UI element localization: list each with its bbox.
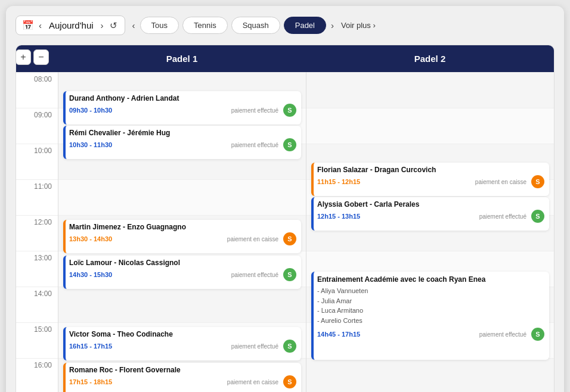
time-slot-16: 16:00 bbox=[16, 358, 58, 392]
booking-b5-name: Victor Soma - Theo Codinache bbox=[69, 330, 296, 338]
booking-b6-name: Romane Roc - Florent Governale bbox=[69, 366, 296, 374]
filter-nav: ‹ Tous Tennis Squash Padel › Voir plus › bbox=[131, 17, 376, 34]
booking-c3-status: paiement effectué bbox=[479, 331, 526, 338]
booking-b3-status: paiement en caisse bbox=[227, 236, 278, 242]
voir-plus-button[interactable]: Voir plus › bbox=[341, 21, 376, 30]
calendar-body: 08:00 09:00 10:00 11:00 12:00 13:00 14:0… bbox=[16, 72, 554, 392]
booking-b2-name: Rémi Chevalier - Jérémie Hug bbox=[69, 129, 296, 137]
booking-b3-badge: S bbox=[283, 232, 296, 245]
court1-bookings-overlay: Durand Anthony - Adrien Landat 09h30 - 1… bbox=[58, 72, 306, 392]
court1-slot-14[interactable] bbox=[58, 287, 306, 322]
booking-c3-players: - Aliya Vannueten - Julia Amar - Luca Ar… bbox=[317, 286, 544, 325]
filter-tous-button[interactable]: Tous bbox=[140, 17, 179, 34]
booking-c3-badge: S bbox=[531, 328, 544, 341]
booking-b5[interactable]: Victor Soma - Theo Codinache 16h15 - 17h… bbox=[63, 327, 301, 360]
booking-b3-footer: 13h30 - 14h30 paiement en caisse S bbox=[69, 232, 296, 245]
booking-c2-status: paiement effectué bbox=[479, 213, 526, 220]
date-nav: 📅 ‹ Aujourd'hui › ↺ bbox=[16, 15, 125, 35]
booking-b4-time: 14h30 - 15h30 bbox=[69, 271, 112, 278]
filter-next-button[interactable]: › bbox=[330, 21, 335, 30]
zoom-in-button[interactable]: + bbox=[16, 49, 31, 65]
booking-b2[interactable]: Rémi Chevalier - Jérémie Hug 10h30 - 11h… bbox=[63, 126, 301, 159]
time-column: 08:00 09:00 10:00 11:00 12:00 13:00 14:0… bbox=[16, 72, 58, 392]
booking-b5-status: paiement effectué bbox=[231, 343, 278, 350]
calendar-container: Padel 1 Padel 2 08:00 09:00 10:00 11:00 … bbox=[16, 45, 554, 392]
booking-c2-time: 12h15 - 13h15 bbox=[317, 213, 360, 220]
booking-b6-badge: S bbox=[283, 375, 296, 388]
booking-b6-status: paiement en caisse bbox=[227, 379, 278, 385]
booking-b2-status: paiement effectué bbox=[231, 142, 278, 148]
booking-b4-footer: 14h30 - 15h30 paiement effectué S bbox=[69, 268, 296, 281]
booking-c3-title: Entrainement Académie avec le coach Ryan… bbox=[317, 275, 544, 284]
booking-b6[interactable]: Romane Roc - Florent Governale 17h15 - 1… bbox=[63, 363, 301, 392]
court1-slot-11[interactable] bbox=[58, 179, 306, 215]
booking-b4-status: paiement effectué bbox=[231, 272, 278, 278]
booking-b1-footer: 09h30 - 10h30 paiement effectué S bbox=[69, 104, 296, 117]
booking-b3[interactable]: Martin Jimenez - Enzo Guagnagno 13h30 - … bbox=[63, 220, 301, 253]
court1-column: Durand Anthony - Adrien Landat 09h30 - 1… bbox=[58, 72, 306, 392]
time-slot-09: 09:00 bbox=[16, 108, 58, 144]
booking-b1[interactable]: Durand Anthony - Adrien Landat 09h30 - 1… bbox=[63, 91, 301, 125]
booking-c2-badge: S bbox=[531, 210, 544, 223]
booking-c3-footer: 14h45 - 17h15 paiement effectué S bbox=[317, 328, 544, 341]
filter-prev-button[interactable]: ‹ bbox=[131, 21, 137, 30]
court2-slot-09[interactable] bbox=[306, 108, 554, 144]
booking-c1[interactable]: Florian Salazar - Dragan Curcovich 11h15… bbox=[311, 163, 549, 196]
booking-c1-badge: S bbox=[531, 175, 544, 188]
booking-c3-academy[interactable]: Entrainement Académie avec le coach Ryan… bbox=[311, 272, 549, 360]
booking-b4-badge: S bbox=[283, 268, 296, 281]
court1-header: Padel 1 bbox=[58, 45, 306, 72]
booking-c2[interactable]: Alyssia Gobert - Carla Perales 12h15 - 1… bbox=[311, 197, 549, 231]
time-slot-10: 10:00 bbox=[16, 144, 58, 179]
booking-b2-badge: S bbox=[283, 138, 296, 151]
time-slot-12: 12:00 bbox=[16, 215, 58, 251]
booking-b6-footer: 17h15 - 18h15 paiement en caisse S bbox=[69, 375, 296, 388]
time-slot-13: 13:00 bbox=[16, 251, 58, 287]
booking-b3-time: 13h30 - 14h30 bbox=[69, 235, 112, 242]
booking-c1-footer: 11h15 - 12h15 paiement en caisse S bbox=[317, 175, 544, 188]
top-bar: 📅 ‹ Aujourd'hui › ↺ ‹ Tous Tennis Squash… bbox=[16, 15, 554, 35]
prev-date-button[interactable]: ‹ bbox=[38, 21, 43, 30]
booking-c1-time: 11h15 - 12h15 bbox=[317, 178, 360, 185]
booking-b5-footer: 16h15 - 17h15 paiement effectué S bbox=[69, 340, 296, 353]
court2-column: Florian Salazar - Dragan Curcovich 11h15… bbox=[306, 72, 554, 392]
booking-b2-footer: 10h30 - 11h30 paiement effectué S bbox=[69, 138, 296, 151]
app-container: 📅 ‹ Aujourd'hui › ↺ ‹ Tous Tennis Squash… bbox=[6, 6, 564, 392]
zoom-out-button[interactable]: − bbox=[33, 49, 49, 65]
calendar-icon: 📅 bbox=[22, 20, 34, 31]
booking-b1-badge: S bbox=[283, 104, 296, 117]
booking-b4[interactable]: Loïc Lamour - Nicolas Cassignol 14h30 - … bbox=[63, 256, 301, 289]
time-slot-11: 11:00 bbox=[16, 179, 58, 215]
filter-squash-button[interactable]: Squash bbox=[231, 17, 280, 34]
booking-b1-status: paiement effectué bbox=[231, 107, 278, 114]
time-slot-08: 08:00 bbox=[16, 72, 58, 108]
filter-padel-button[interactable]: Padel bbox=[284, 17, 326, 34]
zoom-controls: + − bbox=[16, 49, 49, 65]
booking-b4-name: Loïc Lamour - Nicolas Cassignol bbox=[69, 259, 296, 267]
booking-c2-name: Alyssia Gobert - Carla Perales bbox=[317, 200, 544, 209]
next-date-button[interactable]: › bbox=[100, 21, 105, 30]
calendar-header: Padel 1 Padel 2 bbox=[16, 45, 554, 72]
booking-c1-status: paiement en caisse bbox=[475, 179, 526, 185]
time-slot-14: 14:00 bbox=[16, 287, 58, 322]
filter-tennis-button[interactable]: Tennis bbox=[182, 17, 228, 34]
booking-b5-badge: S bbox=[283, 340, 296, 353]
booking-b5-time: 16h15 - 17h15 bbox=[69, 343, 112, 350]
court2-slot-08[interactable] bbox=[306, 72, 554, 108]
court2-header: Padel 2 bbox=[306, 45, 554, 72]
time-slot-15: 15:00 bbox=[16, 322, 58, 358]
booking-b2-time: 10h30 - 11h30 bbox=[69, 141, 112, 148]
date-label: Aujourd'hui bbox=[49, 20, 94, 30]
court2-slot-16[interactable] bbox=[306, 358, 554, 392]
booking-c1-name: Florian Salazar - Dragan Curcovich bbox=[317, 166, 544, 174]
booking-c3-time: 14h45 - 17h15 bbox=[317, 331, 360, 338]
booking-c2-footer: 12h15 - 13h15 paiement effectué S bbox=[317, 210, 544, 223]
booking-b1-name: Durand Anthony - Adrien Landat bbox=[69, 94, 296, 102]
refresh-button[interactable]: ↺ bbox=[109, 20, 119, 31]
booking-b3-name: Martin Jimenez - Enzo Guagnagno bbox=[69, 223, 296, 231]
booking-b6-time: 17h15 - 18h15 bbox=[69, 378, 112, 385]
booking-b1-time: 09h30 - 10h30 bbox=[69, 107, 112, 114]
